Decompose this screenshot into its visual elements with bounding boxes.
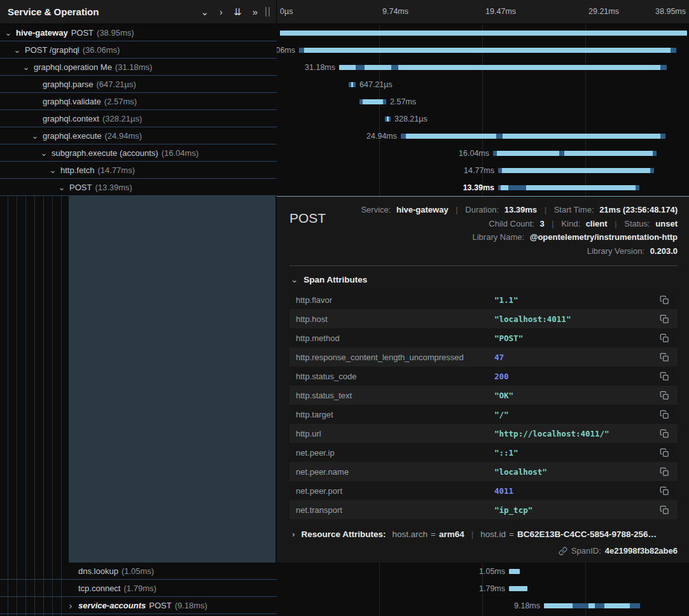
span-bar[interactable] bbox=[498, 185, 639, 190]
span-bar-segment bbox=[650, 168, 654, 173]
span-bar[interactable] bbox=[498, 168, 654, 173]
span-bar[interactable] bbox=[509, 586, 527, 591]
chevron-down-icon[interactable]: ⌄ bbox=[291, 274, 298, 284]
span-duration: (14.77ms) bbox=[97, 165, 135, 175]
duration-label: 328.21µs bbox=[394, 115, 428, 123]
span-row-label[interactable]: POST (13.39ms) bbox=[0, 179, 277, 196]
meta-pair: | Duration: 13.39ms bbox=[450, 205, 539, 214]
copy-icon[interactable] bbox=[660, 295, 671, 305]
header: Service & Operation ⌄ › ⇊ » 0µs9.74ms19.… bbox=[0, 0, 689, 24]
copy-icon[interactable] bbox=[660, 448, 671, 458]
copy-icon[interactable] bbox=[660, 314, 671, 324]
span-bar[interactable] bbox=[299, 48, 676, 53]
span-timeline-cell: 1.05ms bbox=[277, 563, 689, 580]
span-row-label[interactable]: service-accounts POST (9.18ms) bbox=[0, 597, 277, 614]
span-row[interactable]: POST /graphql (36.06ms) 36.06ms bbox=[0, 41, 689, 59]
span-row[interactable]: service-accounts POST (9.18ms) 9.18ms bbox=[0, 597, 689, 614]
span-timeline-cell: 647.21µs bbox=[277, 76, 689, 93]
span-row-label[interactable]: hive-gateway POST (38.95ms) bbox=[0, 24, 277, 41]
span-row-label[interactable]: graphql.validate (2.57ms) bbox=[0, 93, 277, 110]
copy-icon[interactable] bbox=[660, 333, 671, 343]
span-row[interactable]: tcp.connect (1.79ms) 1.79ms bbox=[0, 580, 689, 597]
resource-key: host.arch bbox=[393, 529, 428, 539]
span-bar[interactable] bbox=[385, 116, 391, 122]
copy-icon[interactable] bbox=[660, 429, 671, 438]
span-bar-segment bbox=[559, 151, 564, 156]
span-bar[interactable] bbox=[493, 151, 657, 156]
expander-icon[interactable] bbox=[57, 183, 66, 192]
span-bar-segment bbox=[498, 185, 501, 190]
span-row-label[interactable]: graphql.parse (647.21µs) bbox=[0, 76, 277, 93]
meta-value: 3 bbox=[539, 219, 544, 228]
span-attributes-header[interactable]: ⌄ Span Attributes bbox=[291, 274, 678, 284]
span-row-label[interactable]: subgraph.execute (accounts) (16.04ms) bbox=[0, 144, 277, 162]
attribute-key: http.response_content_length_uncompresse… bbox=[296, 353, 494, 362]
span-row[interactable]: http.fetch (14.77ms) 14.77ms bbox=[0, 162, 689, 179]
chevron-right-icon[interactable]: › bbox=[292, 529, 295, 539]
expander-icon[interactable] bbox=[4, 28, 13, 38]
span-row[interactable]: subgraph.execute (accounts) (16.04ms) 16… bbox=[0, 144, 689, 162]
meta-line: Library Name: @opentelemetry/instrumenta… bbox=[361, 230, 678, 244]
meta-value: 0.203.0 bbox=[650, 246, 678, 256]
copy-icon[interactable] bbox=[660, 353, 671, 362]
copy-icon[interactable] bbox=[660, 372, 671, 381]
span-bar[interactable] bbox=[339, 65, 667, 70]
expander-icon[interactable] bbox=[13, 45, 22, 55]
span-bar[interactable] bbox=[359, 99, 386, 104]
attribute-value: "POST" bbox=[494, 333, 660, 343]
duration-label: 24.94ms bbox=[346, 132, 397, 141]
copy-icon[interactable] bbox=[660, 467, 671, 477]
expander-icon[interactable] bbox=[48, 165, 57, 175]
resource-attributes-row[interactable]: › Resource Attributes: host.arch = arm64… bbox=[289, 529, 678, 539]
span-row[interactable]: graphql.operation Me (31.18ms) 31.18ms bbox=[0, 59, 689, 76]
span-row[interactable]: graphql.parse (647.21µs) 647.21µs bbox=[0, 76, 689, 93]
operation-name: POST /graphql bbox=[25, 45, 80, 55]
span-row[interactable]: dns.lookup (1.05ms) 1.05ms bbox=[0, 563, 689, 580]
link-icon[interactable] bbox=[559, 547, 567, 556]
chevron-right-icon[interactable]: › bbox=[219, 7, 223, 17]
span-row-label[interactable]: graphql.execute (24.94ms) bbox=[0, 127, 277, 144]
span-row[interactable]: POST (13.39ms) 13.39ms bbox=[0, 179, 689, 196]
span-row-label[interactable]: graphql.context (328.21µs) bbox=[0, 110, 277, 127]
span-row[interactable]: graphql.validate (2.57ms) 2.57ms bbox=[0, 93, 689, 110]
span-bar[interactable] bbox=[280, 31, 687, 36]
meta-separator: | bbox=[545, 205, 546, 214]
span-row[interactable]: graphql.context (328.21µs) 328.21µs bbox=[0, 110, 689, 127]
expander-icon[interactable] bbox=[22, 62, 31, 72]
span-row[interactable]: hive-gateway POST (38.95ms) bbox=[0, 24, 689, 41]
copy-icon[interactable] bbox=[660, 505, 671, 515]
span-bar[interactable] bbox=[509, 569, 520, 574]
service-name: service-accounts bbox=[78, 601, 146, 610]
span-timeline-cell: 328.21µs bbox=[277, 110, 689, 127]
span-row-label[interactable]: tcp.connect (1.79ms) bbox=[0, 580, 277, 597]
copy-icon[interactable] bbox=[660, 486, 671, 496]
span-row-label[interactable]: dns.lookup (1.05ms) bbox=[0, 563, 277, 580]
expander-icon[interactable] bbox=[31, 131, 39, 141]
span-bar[interactable] bbox=[349, 82, 356, 87]
copy-icon[interactable] bbox=[660, 410, 671, 419]
panel-resize-handle[interactable] bbox=[265, 7, 270, 17]
expander-icon[interactable] bbox=[39, 148, 48, 158]
copy-icon[interactable] bbox=[660, 391, 671, 400]
meta-pair: Service: hive-gateway bbox=[361, 205, 450, 214]
meta-key: Library Name: bbox=[472, 232, 524, 242]
chevron-down-icon[interactable]: ⌄ bbox=[201, 7, 209, 17]
meta-key: Kind: bbox=[561, 219, 580, 228]
span-bar-segment bbox=[299, 48, 304, 53]
span-bar[interactable] bbox=[544, 603, 640, 608]
operation-name: POST bbox=[71, 28, 94, 38]
selected-span-drawer bbox=[69, 196, 275, 563]
attribute-key: http.host bbox=[296, 314, 494, 324]
meta-key: Start Time: bbox=[554, 205, 594, 214]
span-row-label[interactable]: http.fetch (14.77ms) bbox=[0, 162, 277, 179]
duration-label: 16.04ms bbox=[438, 149, 489, 158]
span-bar[interactable] bbox=[401, 134, 665, 139]
indent-guide bbox=[43, 196, 44, 616]
expand-all-icon[interactable]: » bbox=[253, 7, 258, 17]
span-row[interactable]: graphql.execute (24.94ms) 24.94ms bbox=[0, 127, 689, 144]
expander-icon[interactable] bbox=[66, 600, 75, 611]
span-row-label[interactable]: graphql.operation Me (31.18ms) bbox=[0, 59, 277, 76]
collapse-all-icon[interactable]: ⇊ bbox=[233, 7, 242, 17]
span-row-label[interactable]: POST /graphql (36.06ms) bbox=[0, 41, 277, 59]
timeline-tick: 9.74ms bbox=[382, 7, 408, 16]
